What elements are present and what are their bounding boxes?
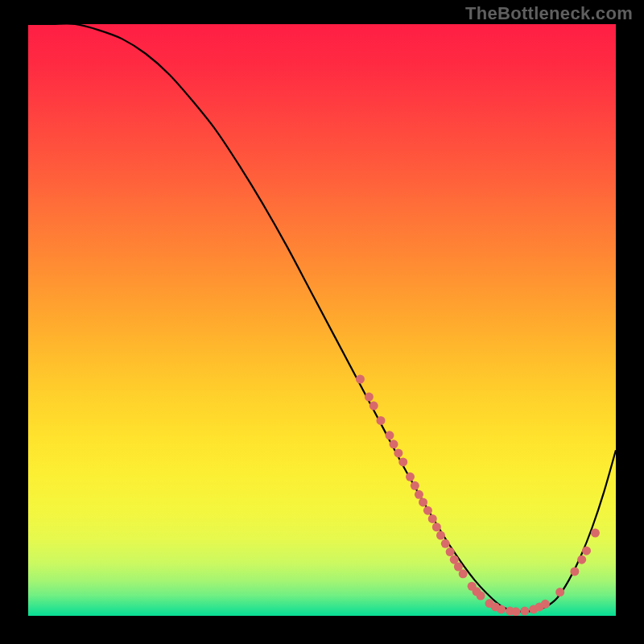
chart-dot bbox=[428, 514, 437, 523]
chart-dot bbox=[423, 506, 432, 515]
chart-frame: TheBottleneck.com bbox=[0, 0, 644, 644]
chart-dot bbox=[570, 567, 579, 576]
chart-dot bbox=[577, 555, 586, 564]
chart-svg bbox=[28, 24, 616, 616]
chart-dot bbox=[369, 402, 378, 411]
chart-gradient-bg bbox=[28, 24, 616, 616]
chart-dot bbox=[398, 457, 407, 466]
chart-dot bbox=[415, 490, 423, 499]
chart-dot bbox=[497, 605, 506, 613]
chart-dot bbox=[459, 569, 468, 578]
chart-dot bbox=[411, 481, 419, 490]
chart-dot bbox=[419, 497, 427, 506]
chart-dot bbox=[541, 600, 550, 609]
chart-dot bbox=[365, 393, 374, 402]
chart-dot bbox=[511, 607, 520, 616]
chart-dot bbox=[406, 473, 415, 481]
chart-dot bbox=[390, 440, 398, 448]
chart-dot bbox=[436, 531, 445, 540]
chart-dot bbox=[477, 592, 485, 601]
chart-plot-area bbox=[28, 24, 616, 616]
chart-dot bbox=[446, 547, 455, 556]
chart-dot bbox=[582, 547, 591, 555]
chart-dot bbox=[520, 607, 529, 616]
chart-dot bbox=[385, 431, 394, 440]
chart-dot bbox=[356, 375, 365, 384]
chart-dot bbox=[377, 416, 386, 425]
chart-dot bbox=[555, 588, 564, 597]
watermark-text: TheBottleneck.com bbox=[465, 3, 633, 24]
chart-dot bbox=[441, 539, 450, 548]
chart-dot bbox=[394, 448, 402, 457]
chart-dot bbox=[591, 529, 600, 538]
chart-dot bbox=[432, 522, 441, 531]
